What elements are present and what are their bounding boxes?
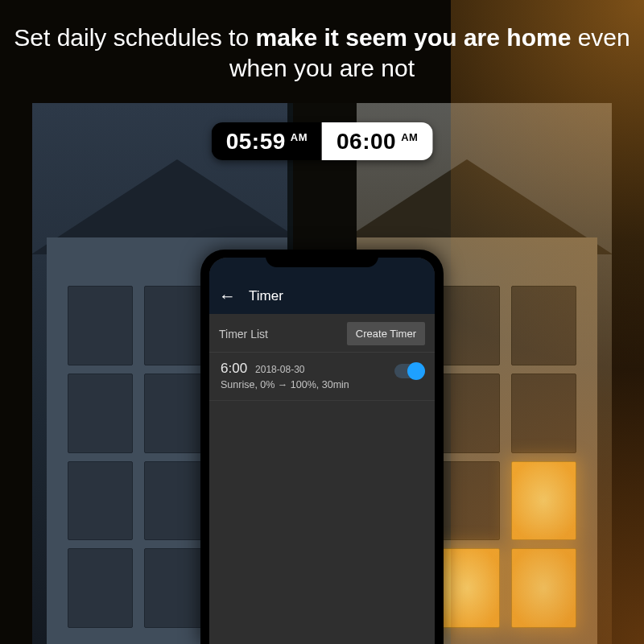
marketing-headline: Set daily schedules to make it seem you … [0,23,644,83]
app-screen: ← Timer Timer List Create Timer 6:00 201… [209,258,435,644]
phone-notch [266,250,378,267]
timer-toggle[interactable] [394,364,423,378]
timer-time: 6:00 [221,361,247,377]
timer-list-item[interactable]: 6:00 2018-08-30 Sunrise, 0% → 100%, 30mi… [209,353,435,401]
phone-mockup: ← Timer Timer List Create Timer 6:00 201… [200,250,444,644]
toggle-knob [407,362,425,380]
time-after: 06:00 AM [322,122,432,160]
back-icon[interactable]: ← [219,287,236,304]
time-before: 05:59 AM [212,122,322,160]
timer-date: 2018-08-30 [255,364,304,375]
app-title: Timer [249,288,283,304]
section-label: Timer List [219,328,268,341]
time-before-value: 05:59 [226,129,286,155]
create-timer-button[interactable]: Create Timer [347,322,425,345]
timer-description: Sunrise, 0% → 100%, 30min [221,379,423,390]
time-comparison-pill: 05:59 AM 06:00 AM [212,122,433,160]
time-after-ampm: AM [401,129,418,143]
timer-list-header: Timer List Create Timer [209,314,435,353]
time-before-ampm: AM [291,129,308,143]
time-after-value: 06:00 [336,129,396,155]
headline-prefix: Set daily schedules to [14,24,255,51]
headline-bold: make it seem you are home [255,24,571,51]
